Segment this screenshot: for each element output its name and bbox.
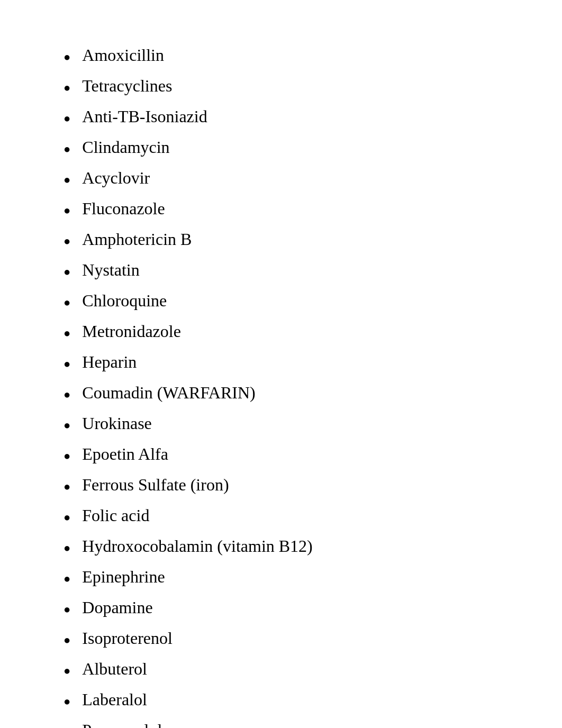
bullet-icon: ● <box>64 662 70 679</box>
item-label: Amphotericin B <box>82 226 192 252</box>
item-label: Epoetin Alfa <box>82 441 168 467</box>
item-label: Laberalol <box>82 687 147 712</box>
list-item: ●Isoproterenol <box>64 625 509 651</box>
item-label: Nystatin <box>82 257 139 283</box>
list-item: ●Metronidazole <box>64 319 509 344</box>
item-label: Clindamycin <box>82 134 169 160</box>
bullet-icon: ● <box>64 110 70 127</box>
item-label: Coumadin (WARFARIN) <box>82 380 255 405</box>
list-item: ●Acyclovir <box>64 165 509 190</box>
bullet-icon: ● <box>64 324 70 342</box>
list-item: ●Hydroxocobalamin (vitamin B12) <box>64 533 509 559</box>
list-item: ●Dopamine <box>64 595 509 620</box>
bullet-icon: ● <box>64 79 70 96</box>
bullet-icon: ● <box>64 447 70 465</box>
bullet-icon: ● <box>64 416 70 434</box>
item-label: Metronidazole <box>82 319 181 344</box>
item-label: Urokinase <box>82 411 152 436</box>
medication-list: ●Amoxicillin●Tetracyclines●Anti-TB-Isoni… <box>64 42 509 728</box>
item-label: Ferrous Sulfate (iron) <box>82 472 229 497</box>
bullet-icon: ● <box>64 232 70 250</box>
bullet-icon: ● <box>64 355 70 372</box>
bullet-icon: ● <box>64 386 70 403</box>
list-item: ●Folic acid <box>64 503 509 528</box>
list-item: ●Clindamycin <box>64 134 509 160</box>
list-item: ●Tetracyclines <box>64 73 509 98</box>
list-item: ●Chloroquine <box>64 288 509 313</box>
item-label: Folic acid <box>82 503 149 528</box>
bullet-icon: ● <box>64 263 70 280</box>
bullet-icon: ● <box>64 478 70 495</box>
item-label: Dopamine <box>82 595 152 620</box>
item-label: Hydroxocobalamin (vitamin B12) <box>82 533 312 559</box>
item-label: Chloroquine <box>82 288 167 313</box>
list-item: ●Urokinase <box>64 411 509 436</box>
list-item: ●Amphotericin B <box>64 226 509 252</box>
bullet-icon: ● <box>64 171 70 188</box>
list-item: ●Ferrous Sulfate (iron) <box>64 472 509 497</box>
bullet-icon: ● <box>64 693 70 710</box>
bullet-icon: ● <box>64 539 70 557</box>
list-item: ●Heparin <box>64 349 509 375</box>
list-item: ●Laberalol <box>64 687 509 712</box>
list-item: ●Propranolol <box>64 717 509 728</box>
bullet-icon: ● <box>64 294 70 311</box>
list-item: ●Amoxicillin <box>64 42 509 68</box>
bullet-icon: ● <box>64 202 70 219</box>
list-item: ●Anti-TB-Isoniazid <box>64 104 509 129</box>
item-label: Isoproterenol <box>82 625 173 651</box>
bullet-icon: ● <box>64 140 70 158</box>
item-label: Fluconazole <box>82 196 165 221</box>
item-label: Anti-TB-Isoniazid <box>82 104 207 129</box>
list-item: ●Epinephrine <box>64 564 509 589</box>
bullet-icon: ● <box>64 570 70 587</box>
bullet-icon: ● <box>64 723 70 728</box>
item-label: Tetracyclines <box>82 73 172 98</box>
item-label: Propranolol <box>82 717 162 728</box>
bullet-icon: ● <box>64 631 70 649</box>
list-item: ●Coumadin (WARFARIN) <box>64 380 509 405</box>
bullet-icon: ● <box>64 48 70 66</box>
item-label: Amoxicillin <box>82 42 164 68</box>
list-item: ●Albuterol <box>64 656 509 681</box>
item-label: Albuterol <box>82 656 147 681</box>
item-label: Acyclovir <box>82 165 150 190</box>
list-item: ●Nystatin <box>64 257 509 283</box>
item-label: Epinephrine <box>82 564 165 589</box>
item-label: Heparin <box>82 349 137 375</box>
bullet-icon: ● <box>64 508 70 526</box>
list-item: ●Epoetin Alfa <box>64 441 509 467</box>
list-item: ●Fluconazole <box>64 196 509 221</box>
bullet-icon: ● <box>64 600 70 618</box>
